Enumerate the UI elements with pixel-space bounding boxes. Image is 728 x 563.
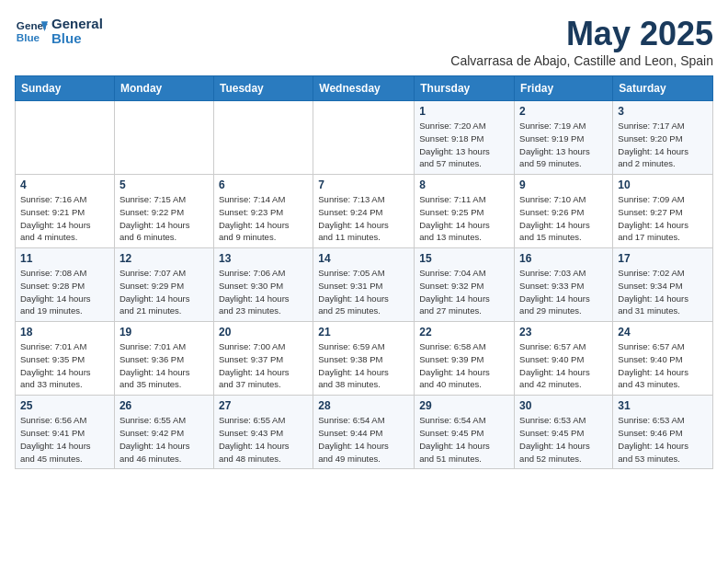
- day-info: Sunrise: 7:15 AM Sunset: 9:22 PM Dayligh…: [119, 193, 209, 244]
- day-info: Sunrise: 7:06 AM Sunset: 9:30 PM Dayligh…: [219, 267, 308, 317]
- day-number: 31: [618, 399, 708, 412]
- day-info: Sunrise: 6:58 AM Sunset: 9:39 PM Dayligh…: [419, 340, 509, 391]
- day-info: Sunrise: 7:07 AM Sunset: 9:29 PM Dayligh…: [119, 267, 209, 317]
- calendar-cell: [313, 101, 415, 175]
- day-number: 8: [419, 178, 509, 191]
- calendar-cell: 10Sunrise: 7:09 AM Sunset: 9:27 PM Dayli…: [613, 175, 713, 248]
- title-area: May 2025 Calvarrasa de Abajo, Castille a…: [450, 15, 713, 68]
- calendar-cell: 31Sunrise: 6:53 AM Sunset: 9:46 PM Dayli…: [613, 396, 713, 469]
- day-info: Sunrise: 7:00 AM Sunset: 9:37 PM Dayligh…: [219, 340, 308, 391]
- calendar-cell: 19Sunrise: 7:01 AM Sunset: 9:36 PM Dayli…: [114, 322, 213, 396]
- day-info: Sunrise: 6:54 AM Sunset: 9:44 PM Dayligh…: [318, 414, 409, 465]
- weekday-header: Monday: [114, 76, 213, 101]
- day-number: 14: [318, 252, 409, 265]
- day-number: 19: [119, 326, 209, 339]
- svg-text:Blue: Blue: [17, 31, 40, 43]
- day-number: 2: [519, 105, 608, 118]
- calendar-cell: 23Sunrise: 6:57 AM Sunset: 9:40 PM Dayli…: [515, 322, 613, 396]
- day-number: 30: [519, 399, 608, 412]
- day-info: Sunrise: 6:53 AM Sunset: 9:46 PM Dayligh…: [618, 414, 708, 465]
- day-info: Sunrise: 7:08 AM Sunset: 9:28 PM Dayligh…: [20, 267, 109, 317]
- day-number: 23: [519, 326, 608, 339]
- calendar-cell: 30Sunrise: 6:53 AM Sunset: 9:45 PM Dayli…: [515, 396, 613, 469]
- day-info: Sunrise: 7:04 AM Sunset: 9:32 PM Dayligh…: [419, 267, 509, 317]
- calendar-cell: [213, 101, 313, 175]
- day-info: Sunrise: 7:11 AM Sunset: 9:25 PM Dayligh…: [419, 193, 509, 244]
- calendar-cell: 9Sunrise: 7:10 AM Sunset: 9:26 PM Daylig…: [515, 175, 613, 248]
- day-number: 9: [519, 178, 608, 191]
- day-number: 25: [20, 399, 109, 412]
- day-number: 17: [618, 252, 708, 265]
- calendar-cell: 7Sunrise: 7:13 AM Sunset: 9:24 PM Daylig…: [313, 175, 415, 248]
- calendar-cell: 21Sunrise: 6:59 AM Sunset: 9:38 PM Dayli…: [313, 322, 415, 396]
- day-info: Sunrise: 7:01 AM Sunset: 9:35 PM Dayligh…: [20, 340, 109, 391]
- calendar-cell: 26Sunrise: 6:55 AM Sunset: 9:42 PM Dayli…: [114, 396, 213, 469]
- calendar-cell: [16, 101, 115, 175]
- calendar-cell: 28Sunrise: 6:54 AM Sunset: 9:44 PM Dayli…: [313, 396, 415, 469]
- day-number: 13: [219, 252, 308, 265]
- day-number: 28: [318, 399, 409, 412]
- weekday-header: Saturday: [613, 76, 713, 101]
- calendar-table: SundayMondayTuesdayWednesdayThursdayFrid…: [15, 75, 713, 469]
- day-number: 16: [519, 252, 608, 265]
- day-info: Sunrise: 7:09 AM Sunset: 9:27 PM Dayligh…: [618, 193, 708, 244]
- day-number: 11: [20, 252, 109, 265]
- day-number: 26: [119, 399, 209, 412]
- calendar-cell: 24Sunrise: 6:57 AM Sunset: 9:40 PM Dayli…: [613, 322, 713, 396]
- calendar-cell: [114, 101, 213, 175]
- calendar-cell: 3Sunrise: 7:17 AM Sunset: 9:20 PM Daylig…: [613, 101, 713, 175]
- calendar-cell: 18Sunrise: 7:01 AM Sunset: 9:35 PM Dayli…: [16, 322, 115, 396]
- day-info: Sunrise: 6:57 AM Sunset: 9:40 PM Dayligh…: [618, 340, 708, 391]
- calendar-cell: 17Sunrise: 7:02 AM Sunset: 9:34 PM Dayli…: [613, 248, 713, 322]
- calendar-cell: 29Sunrise: 6:54 AM Sunset: 9:45 PM Dayli…: [415, 396, 515, 469]
- day-info: Sunrise: 7:03 AM Sunset: 9:33 PM Dayligh…: [519, 267, 608, 317]
- day-number: 29: [419, 399, 509, 412]
- day-number: 6: [219, 178, 308, 191]
- calendar-cell: 27Sunrise: 6:55 AM Sunset: 9:43 PM Dayli…: [213, 396, 313, 469]
- weekday-header: Thursday: [415, 76, 515, 101]
- calendar-cell: 12Sunrise: 7:07 AM Sunset: 9:29 PM Dayli…: [114, 248, 213, 322]
- calendar-cell: 8Sunrise: 7:11 AM Sunset: 9:25 PM Daylig…: [415, 175, 515, 248]
- day-number: 4: [20, 178, 109, 191]
- header: General Blue General Blue May 2025 Calva…: [15, 15, 713, 68]
- day-info: Sunrise: 6:55 AM Sunset: 9:43 PM Dayligh…: [219, 414, 308, 465]
- day-info: Sunrise: 7:20 AM Sunset: 9:18 PM Dayligh…: [419, 120, 509, 170]
- day-number: 24: [618, 326, 708, 339]
- weekday-header: Wednesday: [313, 76, 415, 101]
- day-info: Sunrise: 7:17 AM Sunset: 9:20 PM Dayligh…: [618, 120, 708, 170]
- logo-blue: Blue: [51, 31, 103, 47]
- day-info: Sunrise: 6:53 AM Sunset: 9:45 PM Dayligh…: [519, 414, 608, 465]
- calendar-cell: 2Sunrise: 7:19 AM Sunset: 9:19 PM Daylig…: [515, 101, 613, 175]
- day-number: 22: [419, 326, 509, 339]
- weekday-header: Sunday: [16, 76, 115, 101]
- day-info: Sunrise: 7:10 AM Sunset: 9:26 PM Dayligh…: [519, 193, 608, 244]
- calendar-cell: 22Sunrise: 6:58 AM Sunset: 9:39 PM Dayli…: [415, 322, 515, 396]
- day-number: 27: [219, 399, 308, 412]
- calendar-cell: 16Sunrise: 7:03 AM Sunset: 9:33 PM Dayli…: [515, 248, 613, 322]
- calendar-cell: 20Sunrise: 7:00 AM Sunset: 9:37 PM Dayli…: [213, 322, 313, 396]
- calendar-cell: 6Sunrise: 7:14 AM Sunset: 9:23 PM Daylig…: [213, 175, 313, 248]
- day-info: Sunrise: 6:59 AM Sunset: 9:38 PM Dayligh…: [318, 340, 409, 391]
- day-number: 7: [318, 178, 409, 191]
- calendar-cell: 5Sunrise: 7:15 AM Sunset: 9:22 PM Daylig…: [114, 175, 213, 248]
- logo-general: General: [51, 17, 103, 32]
- calendar-cell: 4Sunrise: 7:16 AM Sunset: 9:21 PM Daylig…: [16, 175, 115, 248]
- day-number: 20: [219, 326, 308, 339]
- day-info: Sunrise: 7:01 AM Sunset: 9:36 PM Dayligh…: [119, 340, 209, 391]
- day-info: Sunrise: 6:54 AM Sunset: 9:45 PM Dayligh…: [419, 414, 509, 465]
- calendar-cell: 25Sunrise: 6:56 AM Sunset: 9:41 PM Dayli…: [16, 396, 115, 469]
- day-info: Sunrise: 7:02 AM Sunset: 9:34 PM Dayligh…: [618, 267, 708, 317]
- day-number: 1: [419, 105, 509, 118]
- calendar-cell: 14Sunrise: 7:05 AM Sunset: 9:31 PM Dayli…: [313, 248, 415, 322]
- day-info: Sunrise: 7:05 AM Sunset: 9:31 PM Dayligh…: [318, 267, 409, 317]
- logo: General Blue General Blue: [15, 15, 103, 48]
- day-info: Sunrise: 6:55 AM Sunset: 9:42 PM Dayligh…: [119, 414, 209, 465]
- day-info: Sunrise: 7:16 AM Sunset: 9:21 PM Dayligh…: [20, 193, 109, 244]
- day-number: 12: [119, 252, 209, 265]
- day-info: Sunrise: 7:13 AM Sunset: 9:24 PM Dayligh…: [318, 193, 409, 244]
- day-number: 3: [618, 105, 708, 118]
- weekday-header: Tuesday: [213, 76, 313, 101]
- calendar-cell: 13Sunrise: 7:06 AM Sunset: 9:30 PM Dayli…: [213, 248, 313, 322]
- day-info: Sunrise: 6:56 AM Sunset: 9:41 PM Dayligh…: [20, 414, 109, 465]
- weekday-header: Friday: [515, 76, 613, 101]
